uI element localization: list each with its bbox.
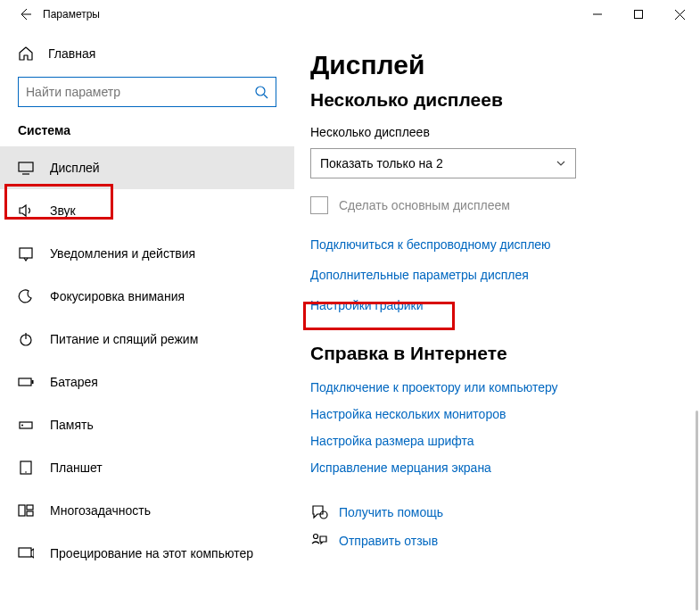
nav-label: Память xyxy=(50,418,94,432)
main-panel: Дисплей Несколько дисплеев Несколько дис… xyxy=(294,29,700,614)
multitask-icon xyxy=(18,502,34,519)
svg-rect-17 xyxy=(19,505,25,516)
svg-rect-1 xyxy=(635,11,643,19)
checkbox-label: Сделать основным дисплеем xyxy=(339,198,510,212)
battery-icon xyxy=(18,374,34,390)
nav-label: Батарея xyxy=(50,375,98,389)
svg-point-16 xyxy=(25,471,27,473)
window-title: Параметры xyxy=(43,8,100,21)
link-wireless-display[interactable]: Подключиться к беспроводному дисплею xyxy=(310,237,668,252)
category-label: Система xyxy=(0,123,294,146)
nav-label: Уведомления и действия xyxy=(50,246,195,261)
close-button[interactable] xyxy=(659,0,700,29)
nav-label: Питание и спящий режим xyxy=(50,332,198,346)
home-icon xyxy=(18,46,34,62)
section-title: Несколько дисплеев xyxy=(310,89,668,111)
nav-label: Планшет xyxy=(50,460,103,475)
nav-label: Фокусировка внимания xyxy=(50,289,185,303)
tablet-icon xyxy=(18,460,34,476)
titlebar: Параметры xyxy=(0,0,700,29)
svg-point-4 xyxy=(256,87,265,95)
maximize-button[interactable] xyxy=(618,0,659,29)
svg-point-21 xyxy=(320,511,327,519)
nav-label: Звук xyxy=(50,203,76,218)
search-icon xyxy=(254,85,268,99)
nav-label: Проецирование на этот компьютер xyxy=(50,546,253,560)
link-advanced-display[interactable]: Дополнительные параметры дисплея xyxy=(310,268,668,282)
svg-rect-12 xyxy=(32,380,34,384)
nav-item-tablet[interactable]: Планшет xyxy=(0,446,294,489)
search-input[interactable] xyxy=(26,85,254,99)
link-graphics-settings[interactable]: Настройки графики xyxy=(310,298,668,312)
get-help-row: Получить помощь xyxy=(310,503,668,521)
display-icon xyxy=(18,160,34,176)
storage-icon xyxy=(18,417,34,433)
nav-item-notifications[interactable]: Уведомления и действия xyxy=(0,232,294,275)
nav-label: Дисплей xyxy=(50,161,100,175)
notifications-icon xyxy=(18,245,34,261)
feedback-row: Отправить отзыв xyxy=(310,532,668,550)
window-controls xyxy=(577,0,700,29)
nav-item-projecting[interactable]: Проецирование на этот компьютер xyxy=(0,532,294,575)
feedback-icon xyxy=(310,532,328,550)
svg-rect-11 xyxy=(19,378,31,386)
nav-item-storage[interactable]: Память xyxy=(0,403,294,446)
multi-display-select[interactable]: Показать только на 2 xyxy=(310,148,576,178)
projecting-icon xyxy=(18,545,34,561)
select-value: Показать только на 2 xyxy=(320,156,443,170)
primary-display-checkbox-row: Сделать основным дисплеем xyxy=(310,196,668,214)
focus-icon xyxy=(18,288,34,304)
help-link-font[interactable]: Настройка размера шрифта xyxy=(310,434,668,448)
nav-list: Дисплей Звук Уведомления и действия Фоку… xyxy=(0,146,294,575)
svg-point-14 xyxy=(21,425,23,427)
help-link-flicker[interactable]: Исправление мерцания экрана xyxy=(310,460,668,475)
svg-rect-18 xyxy=(27,505,33,510)
scrollbar-thumb[interactable] xyxy=(696,411,698,610)
minimize-button[interactable] xyxy=(577,0,618,29)
chevron-down-icon xyxy=(556,158,566,169)
help-link-monitors[interactable]: Настройка нескольких мониторов xyxy=(310,407,668,421)
help-icon xyxy=(310,503,328,521)
sound-icon xyxy=(18,203,34,219)
search-box[interactable] xyxy=(18,77,276,107)
nav-item-display[interactable]: Дисплей xyxy=(0,146,294,189)
page-title: Дисплей xyxy=(310,50,668,80)
svg-line-5 xyxy=(264,95,268,98)
back-button[interactable] xyxy=(12,7,37,21)
sidebar: Главная Система Дисплей Звук Уведомления… xyxy=(0,29,294,614)
nav-item-power[interactable]: Питание и спящий режим xyxy=(0,318,294,361)
get-help-link[interactable]: Получить помощь xyxy=(339,505,443,519)
dropdown-label: Несколько дисплеев xyxy=(310,125,668,139)
svg-rect-19 xyxy=(27,511,33,516)
nav-item-multitask[interactable]: Многозадачность xyxy=(0,489,294,532)
nav-label: Многозадачность xyxy=(50,503,151,518)
nav-item-sound[interactable]: Звук xyxy=(0,189,294,232)
svg-rect-8 xyxy=(20,248,32,258)
help-link-projector[interactable]: Подключение к проектору или компьютеру xyxy=(310,380,668,394)
feedback-link[interactable]: Отправить отзыв xyxy=(339,534,438,548)
svg-rect-20 xyxy=(19,548,31,557)
primary-display-checkbox[interactable] xyxy=(310,196,328,214)
scrollbar[interactable] xyxy=(693,29,698,610)
nav-item-focus[interactable]: Фокусировка внимания xyxy=(0,275,294,318)
home-label: Главная xyxy=(48,46,95,61)
power-icon xyxy=(18,331,34,347)
svg-point-22 xyxy=(314,535,318,539)
nav-item-battery[interactable]: Батарея xyxy=(0,361,294,403)
help-title: Справка в Интернете xyxy=(310,343,668,364)
svg-rect-6 xyxy=(19,162,33,171)
home-nav[interactable]: Главная xyxy=(0,36,294,71)
